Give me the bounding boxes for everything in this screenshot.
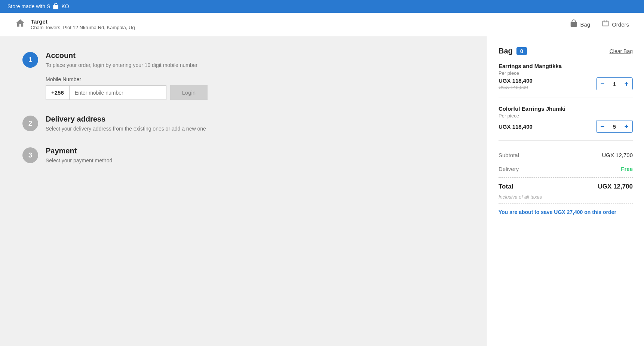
bag-nav[interactable]: Bag [570,19,590,30]
step-title-account: Account [46,51,208,60]
product-price-row-1: UGX 118,400 UGX 148,000 − 1 + [499,77,633,90]
step-delivery: 2 Delivery address Select your delivery … [22,115,464,132]
qty-decrease-1[interactable]: − [597,78,608,90]
store-address: Cham Towers, Plot 12 Nkruma Rd, Kampala,… [31,25,135,30]
qty-value-1: 1 [608,81,620,87]
phone-input[interactable] [69,85,166,100]
step-content-account: Account To place your order, login by en… [46,51,208,100]
product-prices-2: UGX 118,400 [499,123,533,130]
clear-bag-button[interactable]: Clear Bag [610,48,633,54]
orders-nav-icon [601,19,610,30]
delivery-value: Free [621,166,633,172]
total-label: Total [499,183,513,190]
step-desc-payment: Select your payment method [46,157,112,163]
top-banner: Store made with S KO [0,0,644,13]
product-price-2: UGX 118,400 [499,123,533,130]
qty-value-2: 5 [608,123,620,130]
summary-divider [499,177,633,178]
step-title-payment: Payment [46,147,112,155]
summary-section: Subtotal UGX 12,700 Delivery Free Total … [499,148,633,215]
banner-text: Store made with S [7,3,50,9]
step-desc-account: To place your order, login by entering y… [46,62,208,68]
home-icon[interactable] [15,18,25,31]
delivery-row: Delivery Free [499,162,633,176]
step-payment: 3 Payment Select your payment method [22,147,464,163]
product-price-row-2: UGX 118,400 − 5 + [499,120,633,133]
bag-panel: Bag 0 Clear Bag Earrings and Mangtikka P… [487,36,644,346]
product-price-1: UGX 118,400 [499,77,533,84]
product-old-price-1: UGX 148,000 [499,85,533,90]
subtotal-value: UGX 12,700 [602,152,633,158]
step-circle-1: 1 [22,52,38,68]
header-right: Bag Orders [570,19,629,30]
qty-control-2: − 5 + [596,120,633,133]
qty-increase-2[interactable]: + [620,120,632,132]
step-desc-delivery: Select your delivery address from the ex… [46,126,206,132]
qty-decrease-2[interactable]: − [597,120,608,132]
bag-title-row: Bag 0 [499,47,527,55]
login-button[interactable]: Login [170,85,208,100]
step-title-delivery: Delivery address [46,115,206,123]
orders-nav[interactable]: Orders [601,19,629,30]
left-panel: 1 Account To place your order, login by … [0,36,487,346]
product-prices-1: UGX 118,400 UGX 148,000 [499,77,533,90]
step-circle-2: 2 [22,116,38,131]
phone-prefix: +256 [46,85,69,100]
header: Target Cham Towers, Plot 12 Nkruma Rd, K… [0,13,644,36]
bag-icon-banner [52,3,59,10]
bag-title: Bag [499,47,513,55]
delivery-label: Delivery [499,166,519,172]
product-item-2: Colorful Earrings Jhumki Per piece UGX 1… [499,105,633,141]
header-left: Target Cham Towers, Plot 12 Nkruma Rd, K… [15,18,135,31]
banner-text2: KO [61,3,69,9]
product-item-1: Earrings and Mangtikka Per piece UGX 118… [499,63,633,98]
total-row: Total UGX 12,700 [499,179,633,194]
qty-increase-1[interactable]: + [620,78,632,90]
product-name-1: Earrings and Mangtikka [499,63,633,69]
orders-nav-label: Orders [612,21,629,28]
subtotal-label: Subtotal [499,152,519,158]
product-unit-1: Per piece [499,70,633,76]
savings-note: You are about to save UGX 27,400 on this… [499,209,633,215]
bag-nav-icon [570,19,578,30]
subtotal-row: Subtotal UGX 12,700 [499,148,633,162]
bag-nav-label: Bag [580,21,590,28]
bag-header: Bag 0 Clear Bag [499,47,633,55]
summary-divider-2 [499,203,633,204]
total-value: UGX 12,700 [598,183,633,190]
step-account: 1 Account To place your order, login by … [22,51,464,100]
qty-control-1: − 1 + [596,77,633,90]
tax-note: Inclusive of all taxes [499,194,633,200]
step-content-delivery: Delivery address Select your delivery ad… [46,115,206,132]
store-name: Target [31,18,135,25]
bag-count-badge: 0 [516,47,527,55]
step-circle-3: 3 [22,147,38,163]
store-info: Target Cham Towers, Plot 12 Nkruma Rd, K… [31,18,135,30]
mobile-label: Mobile Number [46,76,208,82]
step-content-payment: Payment Select your payment method [46,147,112,163]
product-unit-2: Per piece [499,113,633,119]
phone-input-row: +256 Login [46,85,208,100]
product-name-2: Colorful Earrings Jhumki [499,105,633,112]
mobile-form: Mobile Number +256 Login [46,76,208,100]
main-layout: 1 Account To place your order, login by … [0,36,644,346]
